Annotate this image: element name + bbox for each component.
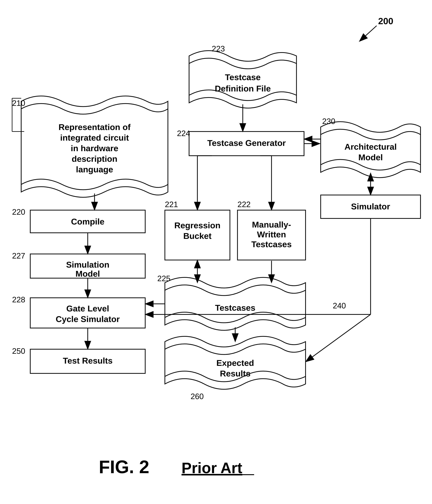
svg-text:Testcase: Testcase xyxy=(225,72,261,82)
svg-text:Results: Results xyxy=(220,369,250,378)
svg-text:integrated circuit: integrated circuit xyxy=(60,133,129,142)
ref-260: 260 xyxy=(191,392,204,401)
svg-text:Model: Model xyxy=(358,153,383,162)
ref-222: 222 xyxy=(238,200,251,209)
node-210: Representation of integrated circuit in … xyxy=(21,96,168,197)
node-225: Testcases xyxy=(165,277,305,330)
node-221: Regression Bucket xyxy=(165,210,230,260)
ref-227: 227 xyxy=(12,252,25,260)
ref-224: 224 xyxy=(177,129,190,138)
svg-text:Compile: Compile xyxy=(71,217,104,226)
ref-228: 228 xyxy=(12,295,25,304)
node-224: Testcase Generator xyxy=(189,132,304,156)
ref-220: 220 xyxy=(12,207,25,216)
node-222: Manually- Written Testcases xyxy=(238,210,305,260)
svg-text:Regression: Regression xyxy=(175,221,221,230)
node-220: Compile xyxy=(30,210,145,233)
node-228: Gate Level Cycle Simulator xyxy=(30,298,145,328)
svg-text:Written: Written xyxy=(257,230,286,239)
node-230: Architectural Model xyxy=(321,122,421,178)
diagram-container: 200 Representation of integrated circuit… xyxy=(0,0,432,504)
svg-text:Manually-: Manually- xyxy=(252,220,291,229)
svg-text:Gate Level: Gate Level xyxy=(66,304,109,313)
svg-line-66 xyxy=(306,315,371,361)
svg-text:Expected: Expected xyxy=(216,358,254,368)
ref-250: 250 xyxy=(12,347,25,355)
node-250: Test Results xyxy=(30,349,145,373)
diagram-svg: 200 Representation of integrated circuit… xyxy=(0,0,432,504)
node-227: Simulation Model xyxy=(30,254,145,279)
svg-text:Simulator: Simulator xyxy=(351,202,390,211)
svg-text:Architectural: Architectural xyxy=(344,142,397,152)
svg-text:Bucket: Bucket xyxy=(183,231,211,241)
ref-240: 240 xyxy=(333,301,346,310)
node-260: Expected Results xyxy=(165,336,305,389)
ref-223: 223 xyxy=(212,44,225,53)
node-223: Testcase Definition File xyxy=(189,51,304,108)
svg-text:description: description xyxy=(72,154,117,163)
ref-225: 225 xyxy=(157,274,170,283)
svg-text:Testcases: Testcases xyxy=(215,303,256,313)
svg-line-2 xyxy=(360,26,377,41)
svg-text:Test Results: Test Results xyxy=(63,356,113,365)
svg-text:Testcases: Testcases xyxy=(251,239,292,249)
svg-text:in hardware: in hardware xyxy=(71,144,118,153)
prior-art-label: Prior Art xyxy=(182,459,242,476)
svg-text:Simulation: Simulation xyxy=(66,260,109,269)
svg-text:Model: Model xyxy=(75,269,100,279)
node-simulator: Simulator xyxy=(321,195,421,218)
svg-text:Cycle Simulator: Cycle Simulator xyxy=(56,314,120,324)
ref-210: 210 xyxy=(12,99,25,108)
figure-number-label: 200 xyxy=(378,16,393,26)
ref-221: 221 xyxy=(165,200,178,209)
svg-text:Representation of: Representation of xyxy=(59,122,130,132)
svg-text:Definition File: Definition File xyxy=(215,84,271,93)
svg-text:Testcase Generator: Testcase Generator xyxy=(207,138,286,148)
ref-230: 230 xyxy=(322,117,335,126)
fig-caption: FIG. 2 xyxy=(99,457,149,477)
svg-text:language: language xyxy=(76,165,113,174)
